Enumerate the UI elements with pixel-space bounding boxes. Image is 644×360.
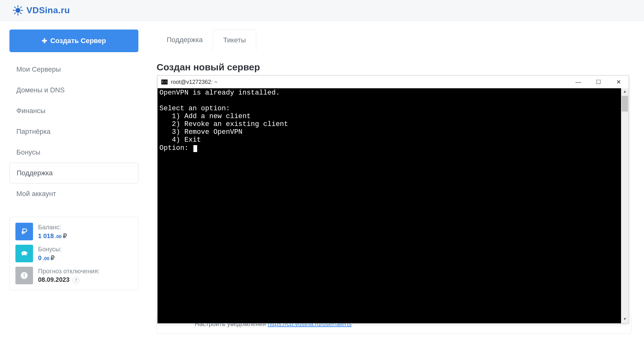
sidebar: ✚ Создать Сервер Мои Серверы Домены и DN… [0, 21, 148, 342]
tab-label: Поддержка [167, 36, 203, 44]
terminal-cursor [193, 145, 197, 152]
sidebar-item-label: Бонусы [16, 148, 40, 156]
bonuses-row: Бонусы: 0.00 ₽ [15, 245, 132, 262]
tab-label: Тикеты [223, 36, 246, 44]
sidebar-item-my-servers[interactable]: Мои Серверы [9, 59, 138, 80]
svg-line-8 [20, 7, 21, 8]
svg-rect-11 [24, 277, 25, 278]
svg-rect-10 [24, 274, 25, 276]
brand-text: VDSina.ru [26, 5, 70, 15]
terminal-scrollbar[interactable]: ▲ ▼ [621, 88, 629, 323]
scroll-thumb[interactable] [622, 96, 628, 112]
create-server-button[interactable]: ✚ Создать Сервер [9, 30, 138, 52]
ruble-icon [15, 223, 33, 240]
sidebar-item-finances[interactable]: Финансы [9, 101, 138, 121]
svg-line-6 [20, 13, 21, 14]
alert-icon [15, 267, 33, 284]
minimize-button[interactable]: — [568, 76, 588, 88]
scroll-up-button[interactable]: ▲ [621, 88, 629, 96]
tab-support[interactable]: Поддержка [157, 30, 213, 51]
sidebar-item-label: Поддержка [17, 169, 53, 177]
brand-logo[interactable]: VDSina.ru [13, 5, 70, 16]
tabs: Поддержка Тикеты [157, 30, 631, 51]
terminal-line: OpenVPN is already installed. [159, 89, 280, 97]
sidebar-item-label: Финансы [16, 107, 45, 115]
bonuses-label: Бонусы: [38, 246, 62, 253]
help-icon[interactable]: ? [73, 277, 80, 284]
balance-label: Баланс: [38, 224, 67, 231]
scroll-down-button[interactable]: ▼ [621, 316, 629, 323]
sidebar-item-partner[interactable]: Партнёрка [9, 121, 138, 142]
tab-tickets[interactable]: Тикеты [213, 30, 256, 51]
svg-line-5 [14, 7, 15, 8]
brand-icon [13, 5, 23, 16]
sidebar-item-label: Мои Серверы [16, 65, 61, 74]
forecast-label: Прогноз отключения: [38, 268, 100, 275]
balance-value: 1 018.00 ₽ [38, 232, 67, 240]
terminal-line: 4) Exit [159, 136, 201, 144]
terminal-line: Select an option: [159, 105, 230, 112]
terminal-line: Option: [159, 144, 193, 152]
forecast-row: Прогноз отключения: 08.09.2023 ? [15, 267, 132, 284]
sidebar-item-bonuses[interactable]: Бонусы [9, 142, 138, 163]
terminal-line: 2) Revoke an existing client [159, 120, 288, 128]
sidebar-item-label: Мой аккаунт [16, 190, 56, 198]
sidebar-item-domains-dns[interactable]: Домены и DNS [9, 80, 138, 101]
app-header: VDSina.ru [0, 0, 644, 21]
close-button[interactable]: ✕ [608, 76, 629, 88]
piggy-icon [15, 245, 33, 262]
sidebar-item-label: Домены и DNS [16, 86, 65, 94]
plus-icon: ✚ [42, 37, 47, 45]
terminal-body[interactable]: OpenVPN is already installed. Select an … [158, 88, 629, 323]
bonuses-value: 0.00 ₽ [38, 254, 62, 262]
sidebar-item-support[interactable]: Поддержка [9, 163, 138, 183]
forecast-value: 08.09.2023 ? [38, 276, 100, 284]
balance-row: Баланс: 1 018.00 ₽ [15, 223, 132, 240]
window-controls: — ☐ ✕ [568, 76, 629, 88]
sidebar-info-card: Баланс: 1 018.00 ₽ Бонусы: [9, 217, 138, 290]
terminal-title: root@v1272362: ~ [171, 79, 218, 85]
svg-point-0 [15, 8, 20, 13]
terminal-icon: C:\ [161, 79, 168, 85]
page-title: Создан новый сервер [157, 62, 631, 73]
sidebar-item-my-account[interactable]: Мой аккаунт [9, 183, 138, 204]
terminal-line: 1) Add a new client [159, 112, 251, 120]
maximize-button[interactable]: ☐ [588, 76, 608, 88]
sidebar-item-label: Партнёрка [16, 128, 51, 136]
terminal-titlebar[interactable]: C:\ root@v1272362: ~ — ☐ ✕ [158, 76, 629, 88]
create-server-label: Создать Сервер [50, 37, 106, 45]
terminal-line: 3) Remove OpenVPN [159, 128, 242, 136]
terminal-window: C:\ root@v1272362: ~ — ☐ ✕ OpenVPN is al… [157, 75, 629, 324]
svg-line-7 [14, 13, 15, 14]
